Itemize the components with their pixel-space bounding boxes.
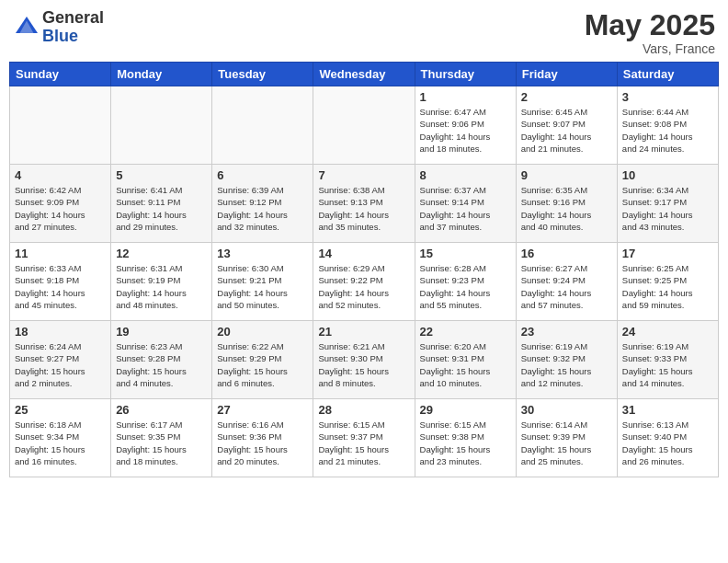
table-row: 23Sunrise: 6:19 AM Sunset: 9:32 PM Dayli… — [516, 321, 617, 399]
table-row — [212, 86, 313, 165]
table-row: 19Sunrise: 6:23 AM Sunset: 9:28 PM Dayli… — [111, 321, 212, 399]
table-row: 17Sunrise: 6:25 AM Sunset: 9:25 PM Dayli… — [617, 243, 718, 321]
table-row — [111, 86, 212, 165]
table-row: 26Sunrise: 6:17 AM Sunset: 9:35 PM Dayli… — [111, 399, 212, 477]
table-row — [10, 86, 111, 165]
logo-general: General — [42, 9, 104, 28]
table-row: 21Sunrise: 6:21 AM Sunset: 9:30 PM Dayli… — [313, 321, 415, 399]
logo: General Blue — [13, 9, 104, 46]
col-tuesday: Tuesday — [212, 63, 313, 86]
logo-text: General Blue — [42, 9, 104, 46]
table-row: 15Sunrise: 6:28 AM Sunset: 9:23 PM Dayli… — [415, 243, 516, 321]
table-row: 16Sunrise: 6:27 AM Sunset: 9:24 PM Dayli… — [516, 243, 617, 321]
title-block: May 2025 Vars, France — [585, 9, 715, 56]
table-row: 8Sunrise: 6:37 AM Sunset: 9:14 PM Daylig… — [415, 165, 516, 243]
table-row: 31Sunrise: 6:13 AM Sunset: 9:40 PM Dayli… — [617, 399, 718, 477]
table-row: 18Sunrise: 6:24 AM Sunset: 9:27 PM Dayli… — [10, 321, 111, 399]
table-row: 1Sunrise: 6:47 AM Sunset: 9:06 PM Daylig… — [415, 86, 516, 165]
col-sunday: Sunday — [10, 63, 111, 86]
table-row: 20Sunrise: 6:22 AM Sunset: 9:29 PM Dayli… — [212, 321, 313, 399]
table-row: 22Sunrise: 6:20 AM Sunset: 9:31 PM Dayli… — [415, 321, 516, 399]
table-row: 14Sunrise: 6:29 AM Sunset: 9:22 PM Dayli… — [313, 243, 415, 321]
table-row: 25Sunrise: 6:18 AM Sunset: 9:34 PM Dayli… — [10, 399, 111, 477]
table-row: 13Sunrise: 6:30 AM Sunset: 9:21 PM Dayli… — [212, 243, 313, 321]
table-row: 27Sunrise: 6:16 AM Sunset: 9:36 PM Dayli… — [212, 399, 313, 477]
col-saturday: Saturday — [617, 63, 718, 86]
table-row: 3Sunrise: 6:44 AM Sunset: 9:08 PM Daylig… — [617, 86, 718, 165]
table-row: 30Sunrise: 6:14 AM Sunset: 9:39 PM Dayli… — [516, 399, 617, 477]
table-row: 10Sunrise: 6:34 AM Sunset: 9:17 PM Dayli… — [617, 165, 718, 243]
logo-blue: Blue — [42, 28, 104, 46]
table-row: 29Sunrise: 6:15 AM Sunset: 9:38 PM Dayli… — [415, 399, 516, 477]
col-thursday: Thursday — [415, 63, 516, 86]
month-year: May 2025 — [585, 9, 715, 41]
table-row: 24Sunrise: 6:19 AM Sunset: 9:33 PM Dayli… — [617, 321, 718, 399]
table-row: 7Sunrise: 6:38 AM Sunset: 9:13 PM Daylig… — [313, 165, 415, 243]
table-row: 4Sunrise: 6:42 AM Sunset: 9:09 PM Daylig… — [10, 165, 111, 243]
table-row: 9Sunrise: 6:35 AM Sunset: 9:16 PM Daylig… — [516, 165, 617, 243]
col-friday: Friday — [516, 63, 617, 86]
col-monday: Monday — [111, 63, 212, 86]
calendar-table: Sunday Monday Tuesday Wednesday Thursday… — [9, 62, 719, 477]
table-row — [313, 86, 415, 165]
table-row: 5Sunrise: 6:41 AM Sunset: 9:11 PM Daylig… — [111, 165, 212, 243]
table-row: 12Sunrise: 6:31 AM Sunset: 9:19 PM Dayli… — [111, 243, 212, 321]
location: Vars, France — [585, 41, 715, 56]
table-row: 6Sunrise: 6:39 AM Sunset: 9:12 PM Daylig… — [212, 165, 313, 243]
logo-icon — [13, 14, 40, 41]
table-row: 28Sunrise: 6:15 AM Sunset: 9:37 PM Dayli… — [313, 399, 415, 477]
col-wednesday: Wednesday — [313, 63, 415, 86]
table-row: 11Sunrise: 6:33 AM Sunset: 9:18 PM Dayli… — [10, 243, 111, 321]
header-row: Sunday Monday Tuesday Wednesday Thursday… — [10, 63, 719, 86]
table-row: 2Sunrise: 6:45 AM Sunset: 9:07 PM Daylig… — [516, 86, 617, 165]
page-header: General Blue May 2025 Vars, France — [9, 9, 719, 56]
